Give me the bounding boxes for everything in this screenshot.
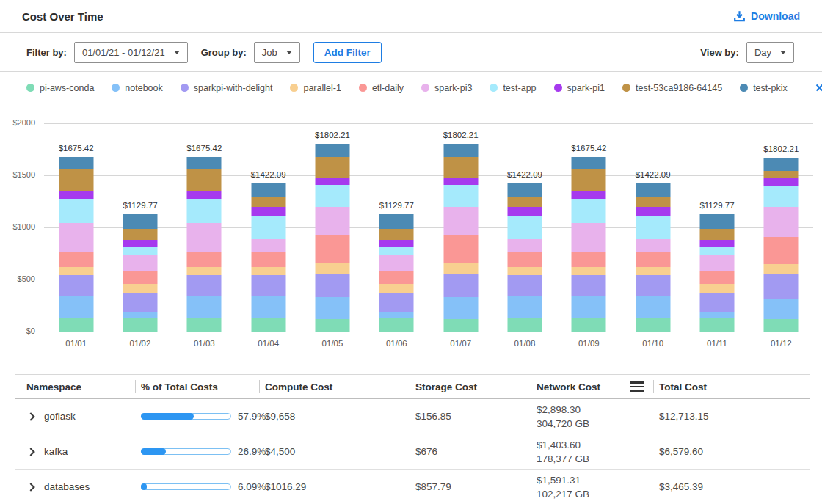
bar-segment-pi-aws-conda[interactable] <box>572 318 606 332</box>
bar-segment-test-pkix[interactable] <box>379 214 414 229</box>
bar-segment-test-pkix[interactable] <box>443 144 478 157</box>
bar-segment-test-53ca9186-64145[interactable] <box>699 229 734 240</box>
bar-segment-spark-pi1[interactable] <box>379 240 414 247</box>
bar-segment-spark-pi3[interactable] <box>507 239 542 253</box>
bar-segment-etl-daily[interactable] <box>572 252 606 267</box>
bar-segment-test-app[interactable] <box>507 216 542 239</box>
bar-segment-spark-pi3[interactable] <box>443 207 478 235</box>
legend-item-notebook[interactable]: notebook <box>112 83 162 93</box>
bar-segment-test-pkix[interactable] <box>636 183 670 197</box>
bar-segment-spark-pi1[interactable] <box>251 207 285 216</box>
expand-chevron-icon[interactable] <box>26 412 34 420</box>
bar-01/08[interactable] <box>507 183 542 332</box>
bar-segment-notebook[interactable] <box>764 299 799 319</box>
bar-segment-pi-aws-conda[interactable] <box>123 318 157 332</box>
bar-segment-sparkpi-with-delight[interactable] <box>443 274 478 297</box>
expand-chevron-icon[interactable] <box>26 483 34 491</box>
legend-item-test-app[interactable]: test-app <box>490 83 536 93</box>
bar-segment-test-53ca9186-64145[interactable] <box>572 169 606 191</box>
bar-segment-notebook[interactable] <box>572 296 606 318</box>
bar-segment-pi-aws-conda[interactable] <box>699 318 734 332</box>
legend-item-spark-pi3[interactable]: spark-pi3 <box>421 83 472 93</box>
bar-segment-test-app[interactable] <box>572 199 606 223</box>
bar-segment-etl-daily[interactable] <box>507 252 542 267</box>
bar-segment-notebook[interactable] <box>59 296 93 318</box>
bar-segment-etl-daily[interactable] <box>59 252 93 267</box>
bar-segment-notebook[interactable] <box>636 296 670 318</box>
bar-segment-test-53ca9186-64145[interactable] <box>123 229 157 240</box>
bar-segment-spark-pi3[interactable] <box>572 223 606 252</box>
bar-segment-notebook[interactable] <box>187 296 222 318</box>
date-range-select[interactable]: 01/01/21 - 01/12/21 <box>74 42 188 63</box>
bar-segment-spark-pi1[interactable] <box>699 240 734 247</box>
bar-segment-parallel-1[interactable] <box>699 284 734 293</box>
bar-segment-spark-pi1[interactable] <box>123 240 157 247</box>
bar-segment-test-app[interactable] <box>187 199 222 223</box>
bar-segment-test-53ca9186-64145[interactable] <box>315 157 349 177</box>
bar-segment-sparkpi-with-delight[interactable] <box>699 293 734 312</box>
bar-segment-spark-pi1[interactable] <box>59 191 93 199</box>
bar-segment-etl-daily[interactable] <box>187 252 222 267</box>
bar-segment-etl-daily[interactable] <box>443 235 478 263</box>
bar-segment-notebook[interactable] <box>443 297 478 319</box>
bar-segment-spark-pi3[interactable] <box>636 239 670 253</box>
bar-segment-spark-pi1[interactable] <box>507 207 542 216</box>
bar-segment-spark-pi3[interactable] <box>699 255 734 271</box>
bar-segment-test-pkix[interactable] <box>699 214 734 229</box>
bar-segment-parallel-1[interactable] <box>59 267 93 275</box>
bar-segment-test-53ca9186-64145[interactable] <box>764 171 799 178</box>
bar-segment-test-app[interactable] <box>699 247 734 255</box>
bar-segment-pi-aws-conda[interactable] <box>764 319 799 332</box>
bar-01/05[interactable] <box>315 144 349 332</box>
legend-item-parallel-1[interactable]: parallel-1 <box>290 83 341 93</box>
bar-segment-etl-daily[interactable] <box>764 237 799 264</box>
bar-segment-notebook[interactable] <box>315 297 349 319</box>
legend-item-etl-daily[interactable]: etl-daily <box>359 83 404 93</box>
bar-segment-notebook[interactable] <box>507 296 542 318</box>
group-by-select[interactable]: Job <box>254 42 300 63</box>
deselect-all-button[interactable]: Deselect All <box>815 82 822 93</box>
bar-segment-sparkpi-with-delight[interactable] <box>572 275 606 296</box>
bar-segment-etl-daily[interactable] <box>315 235 349 263</box>
bar-segment-parallel-1[interactable] <box>251 267 285 275</box>
expand-chevron-icon[interactable] <box>26 448 34 456</box>
bar-segment-etl-daily[interactable] <box>379 271 414 284</box>
bar-segment-pi-aws-conda[interactable] <box>379 318 414 332</box>
bar-segment-spark-pi3[interactable] <box>123 255 157 271</box>
legend-item-test-53ca9186-64145[interactable]: test-53ca9186-64145 <box>622 83 722 93</box>
bar-01/04[interactable] <box>251 183 285 332</box>
bar-segment-parallel-1[interactable] <box>379 284 414 293</box>
bar-segment-spark-pi3[interactable] <box>59 223 93 252</box>
bar-segment-pi-aws-conda[interactable] <box>507 318 542 332</box>
bar-segment-test-app[interactable] <box>764 186 799 208</box>
bar-01/09[interactable] <box>572 157 606 332</box>
bar-segment-sparkpi-with-delight[interactable] <box>315 274 349 297</box>
bar-01/10[interactable] <box>636 183 670 332</box>
bar-segment-test-pkix[interactable] <box>572 157 606 169</box>
table-row-kafka[interactable]: kafka26.9%$4,500$676$1,403.60178,377 GB$… <box>15 434 810 470</box>
add-filter-button[interactable]: Add Filter <box>313 42 382 63</box>
bar-segment-spark-pi1[interactable] <box>315 178 349 185</box>
bar-segment-pi-aws-conda[interactable] <box>251 318 285 332</box>
bar-segment-test-pkix[interactable] <box>59 157 93 169</box>
bar-segment-test-app[interactable] <box>123 247 157 255</box>
bar-segment-etl-daily[interactable] <box>699 271 734 284</box>
bar-segment-test-pkix[interactable] <box>764 158 799 171</box>
bar-segment-parallel-1[interactable] <box>315 263 349 274</box>
bar-01/06[interactable] <box>379 214 414 332</box>
bar-segment-etl-daily[interactable] <box>123 271 157 284</box>
bar-segment-pi-aws-conda[interactable] <box>315 319 349 332</box>
bar-segment-test-app[interactable] <box>59 199 93 223</box>
bar-01/01[interactable] <box>59 157 93 332</box>
legend-item-test-pkix[interactable]: test-pkix <box>740 83 788 93</box>
table-row-databases[interactable]: databases6.09%$1016.29$857.79$1,591.3110… <box>15 470 810 504</box>
bar-segment-test-53ca9186-64145[interactable] <box>379 229 414 240</box>
bar-segment-sparkpi-with-delight[interactable] <box>251 275 285 296</box>
bar-segment-test-53ca9186-64145[interactable] <box>636 197 670 207</box>
bar-segment-notebook[interactable] <box>699 312 734 318</box>
bar-segment-spark-pi3[interactable] <box>187 223 222 252</box>
table-row-goflask[interactable]: goflask57.9%$9,658$156.85$2,898.30304,72… <box>15 399 810 434</box>
bar-segment-test-53ca9186-64145[interactable] <box>59 169 93 191</box>
bar-segment-notebook[interactable] <box>379 312 414 318</box>
bar-01/03[interactable] <box>187 157 222 332</box>
